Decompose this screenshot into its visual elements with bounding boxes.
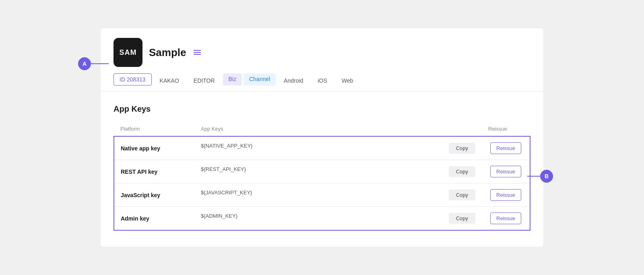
- table-body: Native app key ${NATIVE_APP_KEY} Copy Re…: [114, 136, 530, 230]
- key-admin: ${ADMIN_KEY} Copy: [194, 207, 482, 231]
- annotation-b-group: B: [527, 170, 553, 183]
- reissue-native-button[interactable]: Reissue: [490, 142, 521, 154]
- tab-channel[interactable]: Channel: [244, 73, 276, 85]
- app-logo: SAM: [114, 38, 142, 67]
- annotation-a-circle: A: [78, 57, 91, 70]
- table-row: REST API key ${REST_API_KEY} Copy Reissu…: [114, 160, 530, 183]
- platform-native: Native app key: [114, 136, 194, 160]
- nav-tabs: ID 208313 KAKAO EDITOR Biz Channel Andro…: [114, 73, 359, 91]
- copy-rest-button[interactable]: Copy: [449, 166, 475, 177]
- table-row: Admin key ${ADMIN_KEY} Copy Reissue: [114, 207, 530, 231]
- table-header: Platform App Keys Reissue: [114, 122, 530, 136]
- app-title-row: Sample: [149, 46, 201, 59]
- menu-line-2: [194, 52, 201, 53]
- key-admin-value: ${ADMIN_KEY}: [201, 213, 237, 219]
- app-keys-table: Platform App Keys Reissue Native app key…: [114, 122, 530, 231]
- tab-kakao[interactable]: KAKAO: [153, 74, 186, 90]
- platform-rest: REST API key: [114, 160, 194, 183]
- table-wrapper: Platform App Keys Reissue Native app key…: [114, 122, 530, 231]
- key-native-value: ${NATIVE_APP_KEY}: [201, 143, 252, 149]
- annotation-a-group: A: [78, 57, 109, 70]
- tab-android[interactable]: Android: [277, 74, 310, 90]
- reissue-rest-cell: Reissue: [482, 160, 530, 183]
- tab-biz[interactable]: Biz: [223, 73, 242, 85]
- menu-line-3: [194, 54, 201, 55]
- page-container: A SAM Sample ID 208313 KAKAO EDITOR Biz …: [101, 28, 543, 247]
- reissue-js-cell: Reissue: [482, 183, 530, 207]
- reissue-admin-button[interactable]: Reissue: [490, 212, 521, 224]
- annotation-a-line: [91, 63, 109, 64]
- key-rest: ${REST_API_KEY} Copy: [194, 160, 482, 183]
- col-reissue: Reissue: [482, 122, 530, 136]
- col-platform: Platform: [114, 122, 194, 136]
- key-rest-value: ${REST_API_KEY}: [201, 166, 246, 172]
- menu-icon[interactable]: [194, 50, 201, 55]
- reissue-rest-button[interactable]: Reissue: [490, 166, 521, 177]
- header-card: SAM Sample ID 208313 KAKAO EDITOR Biz Ch…: [101, 28, 543, 92]
- col-app-keys: App Keys: [194, 122, 482, 136]
- tab-id[interactable]: ID 208313: [114, 73, 152, 85]
- key-js: ${JAVASCRIPT_KEY} Copy: [194, 183, 482, 207]
- app-name: Sample: [149, 46, 186, 59]
- table-row: Native app key ${NATIVE_APP_KEY} Copy Re…: [114, 136, 530, 160]
- reissue-js-button[interactable]: Reissue: [490, 189, 521, 201]
- menu-line-1: [194, 50, 201, 51]
- annotation-b-line: [527, 176, 540, 177]
- table-row: JavaScript key ${JAVASCRIPT_KEY} Copy Re…: [114, 183, 530, 207]
- tab-ios[interactable]: iOS: [311, 74, 333, 90]
- tab-web[interactable]: Web: [335, 74, 360, 90]
- content-card: App Keys Platform App Keys Reissue Nativ…: [101, 92, 543, 247]
- key-native: ${NATIVE_APP_KEY} Copy: [194, 136, 482, 160]
- header-top: SAM Sample: [114, 38, 201, 67]
- key-js-value: ${JAVASCRIPT_KEY}: [201, 190, 252, 196]
- platform-js: JavaScript key: [114, 183, 194, 207]
- copy-native-button[interactable]: Copy: [449, 143, 475, 154]
- copy-js-button[interactable]: Copy: [449, 190, 475, 200]
- reissue-admin-cell: Reissue: [482, 207, 530, 231]
- section-title: App Keys: [114, 104, 530, 114]
- reissue-native-cell: Reissue: [482, 136, 530, 160]
- copy-admin-button[interactable]: Copy: [449, 213, 475, 224]
- platform-admin: Admin key: [114, 207, 194, 231]
- annotation-b-circle: B: [540, 170, 553, 183]
- tab-editor[interactable]: EDITOR: [187, 74, 221, 90]
